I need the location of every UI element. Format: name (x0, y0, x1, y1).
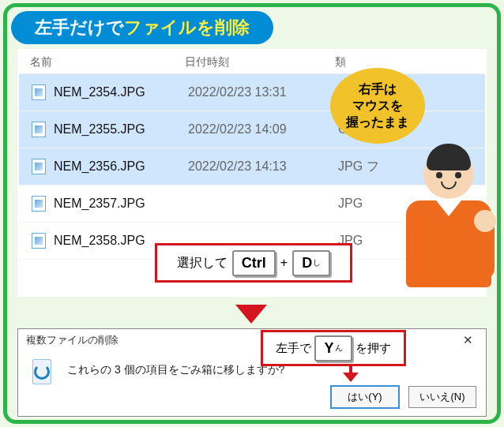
file-date: 2022/02/23 14:13 (188, 159, 338, 174)
file-name: NEM_2355.JPG (54, 122, 188, 137)
speech-bubble: 右手はマウスを握ったまま (330, 68, 425, 144)
key-d: Dし (292, 250, 330, 276)
arrow-to-yes-icon (349, 366, 352, 380)
shortcut-label: 選択して (177, 255, 228, 272)
header-type[interactable]: 類 (335, 55, 485, 69)
file-name: NEM_2354.JPG (54, 85, 188, 99)
bubble-text: 右手はマウスを握ったまま (346, 81, 409, 131)
file-icon (32, 122, 46, 137)
title-part2: ファイルを削除 (124, 17, 250, 37)
file-name: NEM_2356.JPG (54, 159, 188, 174)
plus-sign: + (280, 256, 288, 270)
dialog-title-text: 複数ファイルの削除 (26, 333, 118, 347)
file-name: NEM_2357.JPG (54, 197, 188, 211)
shortcut-callout: 選択して Ctrl + Dし (155, 243, 352, 283)
yes-button[interactable]: はい(Y) (331, 386, 399, 408)
person-body (406, 200, 491, 287)
file-icon (32, 159, 46, 174)
column-headers: 名前 日付時刻 類 (19, 51, 485, 74)
recycle-bin-icon (28, 356, 56, 384)
header-name[interactable]: 名前 (19, 55, 185, 69)
close-button[interactable]: ✕ (454, 331, 481, 349)
person-illustration (401, 148, 496, 314)
confirm-dialog: 複数ファイルの削除 ✕ これらの 3 個の項目をごみ箱に移しますか? はい(Y)… (17, 328, 487, 417)
file-type: JPG フ (338, 159, 379, 175)
file-date: 2022/02/23 14:09 (188, 122, 338, 137)
key-ctrl: Ctrl (232, 250, 276, 276)
file-icon (32, 233, 46, 249)
header-date[interactable]: 日付時刻 (185, 55, 335, 69)
title-banner: 左手だけでファイルを削除 (11, 11, 273, 44)
file-type: JPG (338, 197, 363, 211)
file-icon (32, 196, 46, 212)
instruct-pre: 左手で (276, 341, 311, 356)
person-head (423, 148, 474, 199)
file-date: 2022/02/23 13:31 (188, 85, 338, 99)
instruct-post: を押す (355, 341, 391, 356)
title-part1: 左手だけで (35, 17, 124, 37)
instruction-callout: 左手で Yん を押す (261, 330, 406, 366)
file-icon (32, 84, 46, 100)
dialog-body: これらの 3 個の項目をごみ箱に移しますか? (18, 351, 486, 389)
no-button[interactable]: いいえ(N) (408, 386, 476, 408)
dialog-message: これらの 3 個の項目をごみ箱に移しますか? (67, 363, 284, 377)
key-y: Yん (314, 335, 352, 361)
